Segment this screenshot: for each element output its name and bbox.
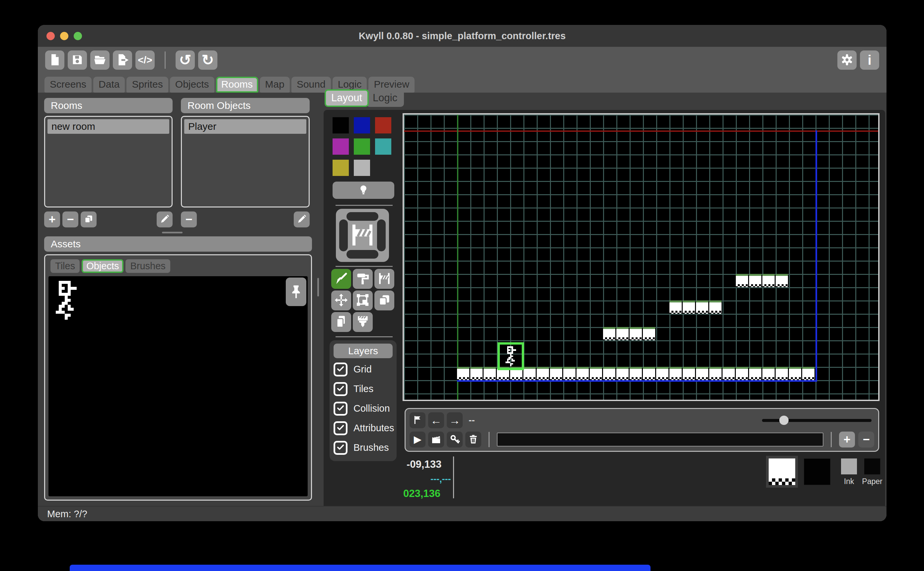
arrow-left-icon: ← <box>430 415 442 426</box>
arrow-left-button[interactable]: ← <box>428 412 444 428</box>
minus-icon: − <box>862 434 870 446</box>
layer-checkbox-grid[interactable] <box>334 363 348 377</box>
trash-icon <box>468 434 479 446</box>
statusbar: Mem: ?/? <box>38 506 887 521</box>
duplicate-button[interactable] <box>374 290 394 310</box>
paper-selector[interactable]: Paper <box>861 458 884 486</box>
palette-swatch[interactable] <box>354 160 370 176</box>
palette-swatch[interactable] <box>375 139 391 155</box>
barrier-icon <box>377 271 392 287</box>
main-tabbar: ScreensDataSpritesObjectsRoomsMapSoundLo… <box>38 73 887 93</box>
clapper-button[interactable] <box>428 432 444 448</box>
slider-thumb[interactable] <box>779 416 788 425</box>
open-folder-button[interactable] <box>90 51 109 70</box>
traffic-lights <box>46 25 82 47</box>
ink-selector[interactable]: Ink <box>837 458 861 486</box>
redo-button[interactable]: ↻ <box>198 51 217 70</box>
duplicate-icon <box>377 293 392 309</box>
copy-button[interactable] <box>331 312 351 332</box>
bulb-icon <box>357 184 370 197</box>
editor-tab-layout[interactable]: Layout <box>325 89 369 107</box>
layer-checkbox-tiles[interactable] <box>334 382 348 396</box>
trash-button[interactable] <box>465 432 481 448</box>
palette-swatch[interactable] <box>354 117 370 133</box>
layer-label: Collision <box>353 403 390 414</box>
info-button[interactable]: i <box>860 51 879 70</box>
palette-swatch[interactable] <box>333 139 349 155</box>
undo-button[interactable]: ↺ <box>176 51 195 70</box>
move-button[interactable] <box>331 290 351 310</box>
trowel-button[interactable] <box>331 269 351 289</box>
arrow-right-button[interactable]: → <box>447 412 463 428</box>
color-palette <box>333 117 393 176</box>
check-icon <box>336 443 345 453</box>
tile-preview-image <box>768 458 795 485</box>
layers-panel-title: Layers <box>334 344 393 358</box>
play-button[interactable]: ▶ <box>410 432 425 448</box>
info-icon: i <box>868 54 871 67</box>
secondary-tile-preview[interactable] <box>804 458 830 485</box>
export-file-button[interactable] <box>113 51 132 70</box>
palette-swatch[interactable] <box>333 117 349 133</box>
player-sprite <box>505 346 516 368</box>
minimize-button[interactable] <box>60 32 68 40</box>
paint-roller-icon <box>356 271 370 287</box>
trowel-icon <box>334 271 348 287</box>
titlebar[interactable]: Kwyll 0.0.80 - simple_platform_controlle… <box>38 25 887 47</box>
mouse-coordinates: -09,133 <box>403 457 456 472</box>
check-icon <box>336 364 345 375</box>
player-selection-box[interactable] <box>497 342 524 370</box>
code-button[interactable]: </> <box>136 51 155 70</box>
world-coordinates: 023,136 <box>403 486 456 501</box>
window-title: Kwyll 0.0.80 - simple_platform_controlle… <box>359 31 566 42</box>
ink-swatch[interactable] <box>841 458 857 474</box>
flag-button[interactable] <box>410 412 425 428</box>
tab-sprites[interactable]: Sprites <box>126 77 168 93</box>
current-tile-preview[interactable] <box>766 456 798 488</box>
timeline-field[interactable] <box>497 432 824 446</box>
layer-checkbox-brushes[interactable] <box>334 441 348 455</box>
layer-checkbox-collision[interactable] <box>334 402 348 416</box>
new-file-button[interactable] <box>45 51 65 70</box>
room-bound-left <box>457 114 458 400</box>
room-bound-top <box>404 130 878 132</box>
layer-label: Attributes <box>353 423 394 434</box>
redo-icon: ↻ <box>202 53 214 67</box>
tab-objects[interactable]: Objects <box>170 77 214 93</box>
layer-row-brushes: Brushes <box>334 438 393 457</box>
palette-swatch[interactable] <box>333 160 349 176</box>
save-button[interactable] <box>68 51 87 70</box>
layer-label: Brushes <box>353 442 389 453</box>
settings-gear-button[interactable] <box>837 51 857 70</box>
minus-button[interactable]: − <box>858 432 874 448</box>
divider <box>336 266 393 267</box>
palette-swatch[interactable] <box>354 139 370 155</box>
brush-button[interactable] <box>353 312 373 332</box>
hover-coordinates: ---,--- <box>403 472 456 486</box>
transform-icon <box>356 293 370 309</box>
paper-swatch[interactable] <box>864 458 880 474</box>
zoom-button[interactable] <box>74 32 82 40</box>
zoom-slider[interactable] <box>762 415 872 425</box>
clapper-icon <box>431 434 441 446</box>
check-icon <box>336 384 345 394</box>
tab-rooms[interactable]: Rooms <box>216 77 258 93</box>
key-button[interactable] <box>447 432 463 448</box>
layer-checkbox-attributes[interactable] <box>334 421 348 435</box>
glow-button[interactable] <box>333 182 394 199</box>
editor-tab-logic[interactable]: Logic <box>366 89 404 107</box>
platform <box>603 327 656 340</box>
save-icon <box>71 53 84 67</box>
room-canvas[interactable] <box>404 114 878 400</box>
plus-button[interactable]: + <box>839 432 855 448</box>
transform-button[interactable] <box>353 290 373 310</box>
collision-preview-button[interactable] <box>336 209 389 262</box>
tab-data[interactable]: Data <box>93 77 125 93</box>
coordinate-readout: -09,133 ---,--- 023,136 <box>403 457 456 501</box>
paint-roller-button[interactable] <box>353 269 373 289</box>
barrier-button[interactable] <box>374 269 394 289</box>
tab-screens[interactable]: Screens <box>45 77 92 93</box>
tab-map[interactable]: Map <box>260 77 290 93</box>
close-button[interactable] <box>46 32 55 40</box>
palette-swatch[interactable] <box>375 117 391 133</box>
